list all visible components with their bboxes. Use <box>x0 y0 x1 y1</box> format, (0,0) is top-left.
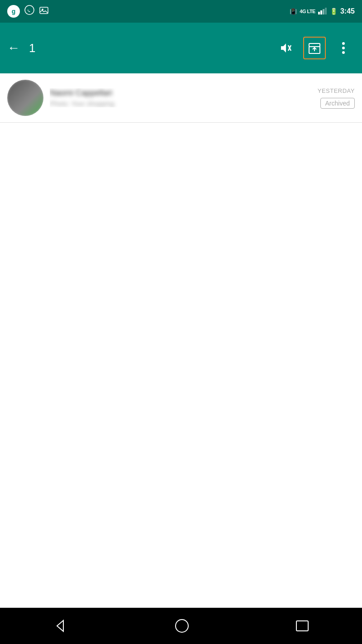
gallery-icon <box>39 5 49 17</box>
nav-bar <box>0 608 362 644</box>
battery-icon: 🔋 <box>330 8 338 15</box>
chat-item[interactable]: Naomi Cappellari Photo: Your shopping YE… <box>0 73 362 123</box>
chat-meta: YESTERDAY Archived <box>318 87 355 109</box>
clock: 3:45 <box>340 7 355 15</box>
chat-preview: Photo: Your shopping <box>50 100 311 107</box>
avatar <box>7 80 43 116</box>
more-button[interactable] <box>332 37 355 59</box>
unarchive-button[interactable] <box>303 37 326 59</box>
svg-rect-3 <box>318 12 320 14</box>
svg-rect-17 <box>296 621 308 631</box>
vibrate-icon: 📳 <box>290 8 297 15</box>
svg-rect-6 <box>325 8 327 14</box>
lte-icon: 4G LTE <box>300 9 315 14</box>
mute-button[interactable] <box>274 37 297 59</box>
svg-point-12 <box>342 42 345 45</box>
svg-rect-1 <box>40 7 48 14</box>
signal-bars-icon <box>318 7 327 16</box>
chat-time: YESTERDAY <box>318 87 355 94</box>
archived-badge: Archived <box>320 98 355 109</box>
svg-point-0 <box>25 5 34 14</box>
status-bar-right: 📳 4G LTE 🔋 3:45 <box>290 7 355 16</box>
svg-rect-5 <box>323 9 324 14</box>
svg-marker-15 <box>57 620 63 631</box>
main-content <box>0 123 362 608</box>
svg-point-16 <box>176 620 188 632</box>
selection-count: 1 <box>29 41 274 55</box>
recents-nav-button[interactable] <box>295 620 310 632</box>
svg-rect-4 <box>320 10 322 14</box>
home-nav-button[interactable] <box>174 618 190 634</box>
back-button[interactable]: ← <box>7 41 20 55</box>
chat-name: Naomi Cappellari <box>50 88 311 98</box>
chat-list: Naomi Cappellari Photo: Your shopping YE… <box>0 73 362 123</box>
toolbar-actions <box>274 37 355 59</box>
whatsapp-icon <box>24 5 34 18</box>
status-bar-left: g <box>7 5 49 18</box>
svg-rect-10 <box>309 43 320 47</box>
svg-point-14 <box>342 51 345 54</box>
grammarly-icon: g <box>7 5 20 18</box>
toolbar: ← 1 <box>0 23 362 73</box>
status-bar: g 📳 4G LTE 🔋 <box>0 0 362 23</box>
svg-point-13 <box>342 47 345 49</box>
back-nav-button[interactable] <box>52 618 69 634</box>
chat-info: Naomi Cappellari Photo: Your shopping <box>50 88 311 107</box>
